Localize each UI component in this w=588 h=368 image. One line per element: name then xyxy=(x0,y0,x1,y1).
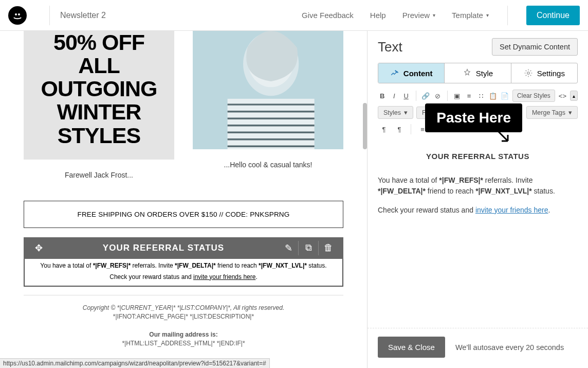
bold-button[interactable]: B xyxy=(378,90,387,102)
continue-button[interactable]: Continue xyxy=(526,6,580,25)
promo-headline-block[interactable]: 50% OFF ALL OUTGOING WINTER STYLES xyxy=(24,31,174,160)
toolbar-collapse-button[interactable]: ▴ xyxy=(570,91,578,101)
divider xyxy=(49,6,50,25)
panel-tabs: Content Style Settings xyxy=(378,63,578,83)
ltr-button[interactable]: ¶ xyxy=(378,123,390,135)
tab-content[interactable]: Content xyxy=(378,63,444,83)
model-photo xyxy=(193,31,343,149)
settings-icon xyxy=(524,68,533,78)
email-canvas[interactable]: 50% OFF ALL OUTGOING WINTER STYLES Farew… xyxy=(0,31,367,368)
underline-button[interactable]: U xyxy=(402,90,411,102)
tab-style[interactable]: Style xyxy=(444,63,510,83)
duplicate-icon[interactable]: ⧉ xyxy=(299,242,318,253)
link-button[interactable]: 🔗 xyxy=(421,90,430,102)
block-title-overlay: YOUR REFERRAL STATUS xyxy=(48,243,279,253)
delete-icon[interactable]: 🗑 xyxy=(319,242,338,253)
chevron-down-icon: ▾ xyxy=(486,12,489,18)
panel-title: Text xyxy=(378,39,492,55)
tab-settings[interactable]: Settings xyxy=(511,63,577,83)
svg-point-1 xyxy=(18,13,20,15)
svg-rect-5 xyxy=(228,99,315,149)
paste-text-button[interactable]: 📄 xyxy=(501,90,509,102)
move-handle-icon[interactable]: ✥ xyxy=(29,242,48,254)
top-navigation: Newsletter 2 Give Feedback Help Preview▾… xyxy=(0,0,588,31)
ordered-list-button[interactable]: ≡ xyxy=(465,90,473,102)
template-menu[interactable]: Template▾ xyxy=(452,11,489,20)
right-caption: ...Hello cool & casual tanks! xyxy=(193,161,343,169)
merge-tags-select[interactable]: Merge Tags ▾ xyxy=(526,106,578,119)
block-toolbar: ✥ YOUR REFERRAL STATUS ✎ ⧉ 🗑 xyxy=(24,237,343,259)
promo-image-block[interactable] xyxy=(193,31,343,149)
content-icon xyxy=(390,68,399,78)
svg-point-14 xyxy=(527,72,529,75)
shipping-banner-block[interactable]: FREE SHIPPING ON ORDERS OVER $150 // COD… xyxy=(24,201,343,228)
help-link[interactable]: Help xyxy=(370,11,386,20)
edit-icon[interactable]: ✎ xyxy=(279,242,298,254)
scrollbar-thumb[interactable] xyxy=(363,103,367,149)
styles-select[interactable]: Styles ▾ xyxy=(378,106,413,119)
editor-paragraph: You have a total of *|FW_REFS|* referral… xyxy=(378,175,578,197)
style-icon xyxy=(463,68,472,78)
chevron-down-icon: ▾ xyxy=(433,12,435,18)
editor-heading: YOUR REFERRAL STATUS xyxy=(378,151,578,163)
divider xyxy=(24,295,343,295)
unordered-list-button[interactable]: ∷ xyxy=(476,90,485,102)
panel-footer: Save & Close We'll autosave every 20 sec… xyxy=(368,328,588,368)
editor-paragraph: Check your reward status and invite your… xyxy=(378,205,578,216)
editor-content[interactable]: YOUR REFERRAL STATUS You have a total of… xyxy=(378,147,578,250)
give-feedback-link[interactable]: Give Feedback xyxy=(302,11,354,20)
image-button[interactable]: ▣ xyxy=(453,90,462,102)
callout-arrow-icon xyxy=(497,130,512,145)
source-code-button[interactable]: <> xyxy=(558,90,567,102)
selected-text-block[interactable]: ✥ YOUR REFERRAL STATUS ✎ ⧉ 🗑 You have a … xyxy=(24,237,343,287)
invite-link[interactable]: invite your friends here xyxy=(193,273,255,281)
unlink-button[interactable]: ⊘ xyxy=(433,90,442,102)
headline-text: 50% OFF ALL OUTGOING WINTER STYLES xyxy=(33,31,165,147)
save-and-close-button[interactable]: Save & Close xyxy=(378,337,445,358)
rtl-button[interactable]: ¶ xyxy=(393,123,406,135)
left-caption: Farewell Jack Frost... xyxy=(24,171,174,179)
editor-panel: Text Set Dynamic Content Content Style S… xyxy=(367,31,588,368)
mailchimp-logo-icon[interactable] xyxy=(8,6,27,25)
clear-styles-button[interactable]: Clear Styles xyxy=(512,90,555,102)
set-dynamic-content-button[interactable]: Set Dynamic Content xyxy=(492,38,578,56)
autosave-note: We'll autosave every 20 seconds xyxy=(455,343,564,352)
paste-here-callout: Paste Here xyxy=(425,103,522,132)
paste-button[interactable]: 📋 xyxy=(489,90,498,102)
campaign-title: Newsletter 2 xyxy=(60,11,106,20)
divider xyxy=(507,6,508,25)
browser-status-bar: https://us10.admin.mailchimp.com/campaig… xyxy=(0,358,270,368)
italic-button[interactable]: I xyxy=(390,90,398,102)
editor-invite-link[interactable]: invite your friends here xyxy=(475,206,548,214)
svg-point-0 xyxy=(15,13,17,15)
preview-menu[interactable]: Preview▾ xyxy=(402,11,435,20)
